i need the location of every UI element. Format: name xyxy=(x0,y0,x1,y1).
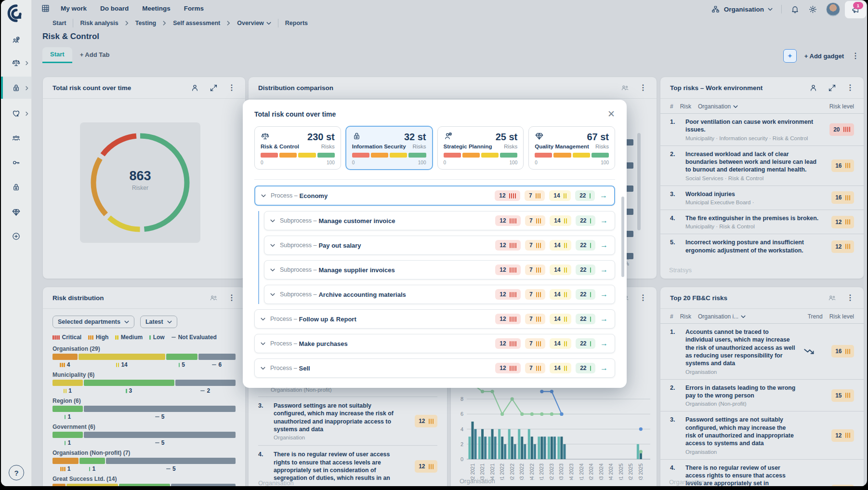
bar-segment-ne[interactable] xyxy=(171,484,236,486)
bar-segment-ne[interactable] xyxy=(198,354,236,360)
category-card-strategic-planning[interactable]: 25 stStrategic PlanningRisks0100 xyxy=(437,126,524,170)
users-icon[interactable] xyxy=(828,293,837,303)
chevron-down-icon[interactable] xyxy=(270,268,275,272)
risk-list-item[interactable]: 2.Increased workload and lack of clear b… xyxy=(660,146,864,186)
breadcrumb-reports[interactable]: Reports xyxy=(285,20,308,26)
go-to-arrow-icon[interactable]: → xyxy=(600,265,608,274)
kebab-menu-icon[interactable]: ⋮ xyxy=(639,84,647,92)
sidebar-item-heart[interactable] xyxy=(1,102,31,124)
kebab-menu-icon[interactable]: ⋮ xyxy=(852,52,859,60)
users-icon[interactable] xyxy=(620,83,630,93)
expand-icon[interactable] xyxy=(828,83,837,93)
process-row-sell[interactable]: Process –Sell1271422→ xyxy=(254,358,615,378)
subprocess-row-pay-out-salary[interactable]: Subprocess –Pay out salary1271422→ xyxy=(264,236,615,255)
person-icon[interactable] xyxy=(809,83,818,93)
expand-icon[interactable] xyxy=(209,83,218,93)
bar-segment-low[interactable] xyxy=(166,354,197,360)
risk-list-item[interactable]: 1.Poor ventilation can cause work enviro… xyxy=(660,114,864,146)
add-tab-button[interactable]: + Add Tab xyxy=(80,51,110,63)
bell-icon[interactable] xyxy=(790,5,800,14)
close-icon[interactable]: ✕ xyxy=(607,109,615,119)
chevron-down-icon[interactable] xyxy=(270,219,275,223)
subprocess-row-manage-supplier-invoices[interactable]: Subprocess –Manage supplier invoices1271… xyxy=(264,260,615,279)
add-gadget-button[interactable]: + Add gadget xyxy=(804,53,844,60)
users-icon[interactable] xyxy=(209,293,218,303)
subprocess-row-manage-customer-invoice[interactable]: Subprocess –Manage customer invoice12714… xyxy=(264,211,615,230)
subprocess-row-archive-accounting-materials[interactable]: Subprocess –Archive accounting materials… xyxy=(264,285,615,304)
nav-item-forms[interactable]: Forms xyxy=(184,5,204,12)
chevron-down-icon[interactable] xyxy=(270,293,275,296)
kebab-menu-icon[interactable]: ⋮ xyxy=(846,84,854,92)
nav-item-my-work[interactable]: My work xyxy=(61,5,87,12)
sidebar-item-group[interactable] xyxy=(1,127,31,149)
risk-list-item[interactable]: 2.Errors in datasets leading to the wron… xyxy=(660,380,864,412)
chevron-down-icon[interactable] xyxy=(261,318,265,321)
gear-icon[interactable] xyxy=(808,5,817,14)
scrollbar[interactable] xyxy=(621,197,624,277)
process-row-make-purchases[interactable]: Process –Make purchases1271422→ xyxy=(254,334,615,353)
bar-segment-low[interactable] xyxy=(53,406,83,412)
bar-segment-medium[interactable] xyxy=(53,380,83,386)
person-icon[interactable] xyxy=(190,83,199,93)
bar-segment-ne[interactable] xyxy=(84,406,236,412)
chevron-down-icon[interactable] xyxy=(261,367,265,370)
announcements-button[interactable]: 1 xyxy=(845,1,866,18)
sidebar-item-plus-circle[interactable] xyxy=(1,225,31,247)
go-to-arrow-icon[interactable]: → xyxy=(600,339,608,348)
category-card-quality-management[interactable]: 67 stQuality ManagementRisks0100 xyxy=(528,126,615,170)
bar-segment-low[interactable] xyxy=(84,380,174,386)
tab-start[interactable]: Start xyxy=(42,47,72,63)
risk-list-item[interactable]: 3.Password settings are not suitably con… xyxy=(660,411,864,459)
kebab-menu-icon[interactable]: ⋮ xyxy=(846,294,854,302)
bar-segment-medium[interactable] xyxy=(79,354,166,360)
col-organisation-sort[interactable]: Organisation i... xyxy=(698,313,746,320)
organisation-switcher[interactable]: Organisation xyxy=(711,5,773,14)
risk-list-item[interactable]: 5.Incorrect working posture and insuffic… xyxy=(660,234,864,259)
go-to-arrow-icon[interactable]: → xyxy=(600,364,608,372)
breadcrumb-risk-analysis[interactable]: Risk analysis xyxy=(80,20,118,26)
risk-list-item[interactable]: 3.Password settings are not suitably con… xyxy=(258,397,437,446)
sidebar-item-lock[interactable] xyxy=(1,77,31,99)
sidebar-item-lock[interactable] xyxy=(1,176,31,198)
sidebar-item-scales[interactable] xyxy=(1,52,31,74)
risk-list-item[interactable]: 4.The fire extinguisher in the premises … xyxy=(660,210,864,234)
sidebar-item-key[interactable] xyxy=(1,151,31,173)
grid-menu-icon[interactable] xyxy=(41,4,50,13)
avatar[interactable] xyxy=(826,2,840,16)
breadcrumb-overview-dropdown[interactable]: Overview xyxy=(237,20,271,26)
breadcrumb-self-assessment[interactable]: Self assessment xyxy=(173,20,220,26)
bar-segment-high[interactable] xyxy=(53,484,66,486)
kebab-menu-icon[interactable]: ⋮ xyxy=(228,294,236,302)
go-to-arrow-icon[interactable]: → xyxy=(600,290,608,299)
bar-segment-ne[interactable] xyxy=(175,380,236,386)
bar-segment-low[interactable] xyxy=(79,458,105,464)
bar-segment-ne[interactable] xyxy=(84,432,236,438)
breadcrumb-start[interactable]: Start xyxy=(53,20,66,26)
bar-segment-ne[interactable] xyxy=(106,458,236,464)
sidebar-item-diamond[interactable] xyxy=(1,201,31,223)
chevron-down-icon[interactable] xyxy=(261,342,265,345)
go-to-arrow-icon[interactable]: → xyxy=(600,191,607,200)
ai-assistant-button[interactable]: ✦ xyxy=(783,49,797,63)
sidebar-item-people-check[interactable] xyxy=(1,29,31,51)
process-row-follow-up-report[interactable]: Process –Follow up & Report1271422→ xyxy=(254,309,615,329)
kebab-menu-icon[interactable]: ⋮ xyxy=(228,84,236,92)
nav-item-meetings[interactable]: Meetings xyxy=(142,5,171,12)
nav-item-do-board[interactable]: Do board xyxy=(100,5,129,12)
go-to-arrow-icon[interactable]: → xyxy=(600,241,608,250)
period-select[interactable]: Latest xyxy=(140,316,177,328)
bar-segment-high[interactable] xyxy=(53,354,78,360)
scrollbar[interactable] xyxy=(637,133,641,230)
bar-segment-low[interactable] xyxy=(119,484,171,486)
go-to-arrow-icon[interactable]: → xyxy=(600,315,608,323)
go-to-arrow-icon[interactable]: → xyxy=(600,216,608,225)
process-row-economy[interactable]: Process –Economy1271422→ xyxy=(254,185,615,206)
bar-segment-high[interactable] xyxy=(53,458,79,464)
departments-select[interactable]: Selected departments xyxy=(53,316,134,328)
category-card-information-security[interactable]: 32 stInformation SecurityRisks0100 xyxy=(345,126,433,170)
bar-segment-medium[interactable] xyxy=(66,484,118,486)
stratsys-logo-icon[interactable] xyxy=(7,4,25,22)
help-button[interactable]: ? xyxy=(9,465,24,480)
breadcrumb-testing[interactable]: Testing xyxy=(135,20,157,26)
bar-segment-low[interactable] xyxy=(53,432,83,438)
